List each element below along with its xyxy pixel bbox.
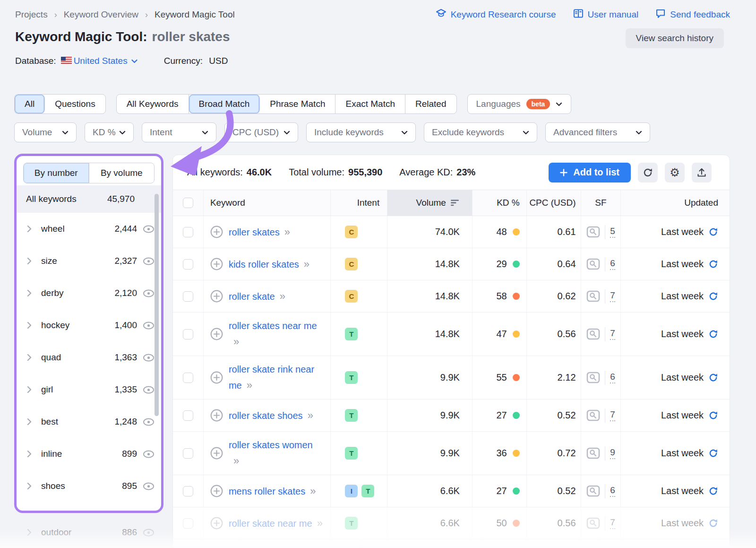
plus-circle-icon[interactable] <box>210 371 223 384</box>
row-checkbox[interactable] <box>183 373 193 383</box>
refresh-icon[interactable] <box>708 410 718 420</box>
expand-group-chevron[interactable] <box>27 386 33 393</box>
user-manual-link[interactable]: User manual <box>573 9 639 21</box>
expand-group-chevron[interactable] <box>27 418 33 426</box>
add-keyword-button[interactable] <box>210 371 223 384</box>
group-label[interactable]: girl <box>41 384 114 395</box>
group-label[interactable]: inline <box>41 449 122 459</box>
expand-group-chevron[interactable] <box>27 529 33 536</box>
tab-all[interactable]: All <box>15 95 45 113</box>
settings-button[interactable]: ⚙ <box>665 163 685 183</box>
column-header-cpc[interactable]: CPC (USD) <box>527 190 581 216</box>
keyword-group-item[interactable]: shoes895 <box>17 470 161 502</box>
plus-circle-icon[interactable] <box>210 328 223 340</box>
keyword-link[interactable]: roller skate near me» <box>229 515 324 531</box>
toggle-by-number[interactable]: By number <box>24 163 89 183</box>
serp-features-icon[interactable] <box>586 290 600 302</box>
export-button[interactable] <box>692 163 712 183</box>
serp-features-icon[interactable] <box>586 328 600 340</box>
row-checkbox[interactable] <box>183 259 193 270</box>
row-checkbox[interactable] <box>183 227 193 237</box>
plus-circle-icon[interactable] <box>210 258 223 270</box>
column-header-keyword[interactable]: Keyword <box>204 190 331 216</box>
keyword-link[interactable]: roller skate rink nearme» <box>229 362 314 393</box>
all-keywords-row[interactable]: All keywords 45,970 <box>17 185 161 213</box>
group-label[interactable]: outdoor <box>41 527 122 538</box>
sf-count[interactable]: 9 <box>610 447 615 459</box>
add-keyword-button[interactable] <box>210 290 223 303</box>
add-keyword-button[interactable] <box>210 258 223 270</box>
plus-circle-icon[interactable] <box>210 290 223 303</box>
row-checkbox[interactable] <box>183 291 193 302</box>
double-chevron-icon[interactable]: » <box>233 336 240 348</box>
eye-toggle[interactable] <box>143 450 155 458</box>
row-checkbox[interactable] <box>183 448 193 459</box>
double-chevron-icon[interactable]: » <box>247 379 253 391</box>
view-search-history-button[interactable]: View search history <box>626 28 724 48</box>
expand-group-chevron[interactable] <box>27 482 33 490</box>
breadcrumb-item[interactable]: Keyword Overview <box>64 9 138 20</box>
keyword-group-item[interactable]: hockey1,400 <box>17 309 161 341</box>
row-checkbox[interactable] <box>183 410 193 421</box>
filter-kd--dropdown[interactable]: KD % <box>85 122 134 142</box>
send-feedback-link[interactable]: Send feedback <box>655 9 730 21</box>
group-label[interactable]: quad <box>41 352 114 363</box>
filter-volume-dropdown[interactable]: Volume <box>14 122 77 142</box>
sf-count[interactable]: 6 <box>610 258 615 270</box>
plus-circle-icon[interactable] <box>210 447 223 460</box>
add-keyword-button[interactable] <box>210 409 223 422</box>
filter-advanced-filters-dropdown[interactable]: Advanced filters <box>545 122 650 142</box>
filter-cpc-usd--dropdown[interactable]: CPC (USD) <box>224 122 298 142</box>
plus-circle-icon[interactable] <box>210 409 223 422</box>
add-keyword-button[interactable] <box>210 447 223 460</box>
eye-toggle[interactable] <box>143 418 155 426</box>
add-keyword-button[interactable] <box>210 517 223 530</box>
keyword-group-item[interactable]: best1,248 <box>17 406 161 438</box>
sf-count[interactable]: 6 <box>610 485 615 497</box>
sf-count[interactable]: 5 <box>610 226 615 238</box>
expand-group-chevron[interactable] <box>27 289 33 297</box>
group-label[interactable]: best <box>41 417 114 427</box>
keyword-group-item[interactable]: size2,327 <box>17 245 161 277</box>
serp-features-icon[interactable] <box>586 372 600 383</box>
keyword-research-course-link[interactable]: Keyword Research course <box>436 9 556 21</box>
serp-features-icon[interactable] <box>586 409 600 421</box>
filter-intent-dropdown[interactable]: Intent <box>142 122 216 142</box>
keyword-link[interactable]: kids roller skates» <box>229 256 310 272</box>
tab-exact-match[interactable]: Exact Match <box>335 95 405 113</box>
refresh-icon[interactable] <box>708 486 718 496</box>
group-label[interactable]: hockey <box>41 320 114 331</box>
expand-group-chevron[interactable] <box>27 257 33 265</box>
group-label[interactable]: shoes <box>41 481 122 491</box>
eye-toggle[interactable] <box>143 289 155 297</box>
expand-group-chevron[interactable] <box>27 225 33 233</box>
keyword-group-item[interactable]: outdoor886 <box>17 516 161 548</box>
filter-include-keywords-dropdown[interactable]: Include keywords <box>306 122 416 142</box>
languages-dropdown[interactable]: Languages beta <box>467 94 572 114</box>
sf-count[interactable]: 7 <box>610 290 615 302</box>
refresh-icon[interactable] <box>708 329 718 339</box>
keyword-link[interactable]: mens roller skates» <box>229 483 317 499</box>
keyword-link[interactable]: roller skate» <box>229 288 286 304</box>
keyword-link[interactable]: roller skates» <box>229 224 291 240</box>
column-header-intent[interactable]: Intent <box>331 190 387 216</box>
plus-circle-icon[interactable] <box>210 485 223 497</box>
serp-features-icon[interactable] <box>586 447 600 459</box>
refresh-icon[interactable] <box>708 291 718 301</box>
tab-related[interactable]: Related <box>405 95 456 113</box>
keyword-group-item[interactable]: girl1,335 <box>17 374 161 406</box>
refresh-button[interactable] <box>638 163 658 183</box>
keyword-group-item[interactable]: derby2,120 <box>17 277 161 309</box>
eye-toggle[interactable] <box>143 225 155 233</box>
eye-toggle[interactable] <box>143 529 155 537</box>
plus-circle-icon[interactable] <box>210 517 223 530</box>
tab-all-keywords[interactable]: All Keywords <box>117 95 189 113</box>
sf-count[interactable]: 6 <box>610 372 615 383</box>
tab-questions[interactable]: Questions <box>45 95 105 113</box>
refresh-icon[interactable] <box>708 373 718 383</box>
refresh-icon[interactable] <box>708 518 718 528</box>
breadcrumb-item[interactable]: Projects <box>15 9 48 20</box>
expand-group-chevron[interactable] <box>27 354 33 361</box>
group-label[interactable]: wheel <box>41 224 114 234</box>
refresh-icon[interactable] <box>708 448 718 458</box>
